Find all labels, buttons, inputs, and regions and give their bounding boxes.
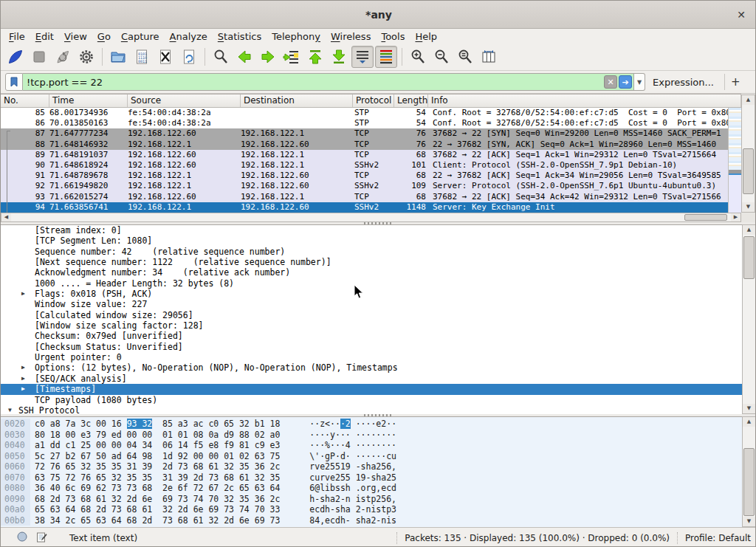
detail-line[interactable]: Urgent pointer: 0	[1, 352, 742, 362]
column-header-no[interactable]: No.	[1, 94, 49, 107]
detail-line[interactable]: ▼SSH Protocol	[1, 405, 742, 414]
scroll-down-icon[interactable]: ▼	[742, 202, 755, 212]
collapse-icon[interactable]: ▼	[8, 405, 12, 414]
packet-row-90[interactable]: 9071.648618924192.168.122.60192.168.122.…	[1, 160, 728, 171]
packet-row-93[interactable]: 9371.662015274192.168.122.60192.168.122.…	[1, 192, 728, 202]
detail-line[interactable]: [TCP Segment Len: 1080]	[1, 235, 742, 246]
detail-line[interactable]: TCP payload (1080 bytes)	[1, 395, 742, 405]
auto-scroll-button[interactable]	[351, 46, 374, 68]
start-capture-button[interactable]	[4, 46, 27, 68]
packet-list-minimap[interactable]	[728, 108, 741, 213]
packet-list-scrollbar[interactable]: ▲ ▼	[741, 94, 755, 213]
hex-row-0090[interactable]: 009068 2d 73 68 61 32 2d 6e 69 73 74 70 …	[1, 494, 742, 505]
menu-telephony[interactable]: Telephony	[267, 30, 326, 43]
column-header-info[interactable]: Info	[428, 94, 741, 107]
column-header-source[interactable]: Source	[128, 94, 241, 107]
detail-line[interactable]: ▶Options: (12 bytes), No-Operation (NOP)…	[1, 362, 742, 373]
menu-analyze[interactable]: Analyze	[165, 30, 213, 43]
detail-line[interactable]: Window size value: 227	[1, 299, 742, 309]
go-first-packet-button[interactable]	[304, 46, 326, 68]
expert-info-icon[interactable]	[17, 531, 27, 544]
detail-line[interactable]: ▶[SEQ/ACK analysis]	[1, 374, 742, 384]
restart-capture-button[interactable]	[52, 46, 74, 68]
menu-help[interactable]: Help	[410, 30, 442, 43]
detail-line[interactable]: [Next sequence number: 1122 (relative se…	[1, 257, 742, 267]
hex-row-0080[interactable]: 008036 40 6c 69 62 73 73 68 2e 6f 72 67 …	[1, 483, 742, 494]
apply-filter-button[interactable]: ➔	[619, 75, 632, 89]
detail-line[interactable]: [Checksum Status: Unverified]	[1, 342, 742, 352]
column-header-length[interactable]: Length	[394, 94, 428, 107]
menu-go[interactable]: Go	[92, 30, 116, 43]
menu-capture[interactable]: Capture	[116, 30, 165, 43]
menu-file[interactable]: File	[4, 30, 30, 43]
scroll-left-icon[interactable]: ◀	[1, 213, 11, 221]
scrollbar-thumb[interactable]	[743, 236, 755, 279]
expand-icon[interactable]: ▶	[21, 384, 25, 394]
packet-row-86[interactable]: 8670.013850163fe:54:00:d4:38:2aSTP54Conf…	[1, 118, 728, 128]
scroll-right-icon[interactable]: ▶	[731, 213, 740, 221]
hex-row-0060[interactable]: 006072 76 65 32 35 35 31 39 2d 73 68 61 …	[1, 461, 742, 472]
go-back-button[interactable]	[233, 46, 255, 68]
hex-row-00b0[interactable]: 00b038 34 2c 65 63 64 68 2d 73 68 61 32 …	[1, 515, 742, 526]
hex-pane-scrollbar[interactable]: ▲ ▼	[742, 416, 756, 527]
detail-line[interactable]: [Calculated window size: 29056]	[1, 310, 742, 320]
detail-line[interactable]: [Window size scaling factor: 128]	[1, 320, 742, 331]
open-file-button[interactable]	[107, 46, 129, 68]
go-last-packet-button[interactable]	[328, 46, 350, 68]
clear-filter-button[interactable]: ✕	[604, 75, 617, 89]
scrollbar-thumb[interactable]	[743, 448, 755, 516]
capture-comment-icon[interactable]	[36, 531, 47, 545]
zoom-out-button[interactable]	[430, 46, 453, 68]
column-header-destination[interactable]: Destination	[241, 94, 353, 107]
scroll-up-icon[interactable]: ▲	[743, 225, 755, 235]
filter-bookmark-button[interactable]	[5, 73, 23, 91]
expand-icon[interactable]: ▶	[21, 289, 25, 299]
menu-view[interactable]: View	[59, 30, 92, 43]
packet-row-88[interactable]: 8871.648146932192.168.122.1192.168.122.6…	[1, 140, 728, 150]
packet-row-85[interactable]: 8568.001734936fe:54:00:d4:38:2aSTP54Conf…	[1, 108, 728, 118]
menu-wireless[interactable]: Wireless	[326, 30, 376, 43]
packet-row-92[interactable]: 9271.661949820192.168.122.1192.168.122.6…	[1, 181, 728, 191]
display-filter-input[interactable]	[23, 77, 604, 88]
resize-columns-button[interactable]	[478, 46, 500, 68]
packet-list-hscrollbar[interactable]: ◀ ▶	[1, 213, 741, 222]
scroll-up-icon[interactable]: ▲	[742, 95, 755, 105]
hex-row-0070[interactable]: 007063 75 72 76 65 32 35 35 31 39 2d 73 …	[1, 472, 742, 484]
detail-line[interactable]: ▶Flags: 0x018 (PSH, ACK)	[1, 289, 742, 299]
packet-row-91[interactable]: 9171.648789678192.168.122.1192.168.122.6…	[1, 171, 728, 181]
packet-row-87[interactable]: 8771.647777234192.168.122.60192.168.122.…	[1, 128, 728, 139]
hscrollbar-thumb[interactable]	[684, 214, 727, 221]
filter-history-dropdown[interactable]: ▼	[634, 73, 645, 91]
scrollbar-thumb[interactable]	[743, 148, 754, 194]
scroll-down-icon[interactable]: ▼	[743, 404, 755, 413]
add-filter-button[interactable]: +	[724, 74, 746, 90]
zoom-original-button[interactable]	[454, 46, 476, 68]
detail-line[interactable]: Acknowledgment number: 34 (relative ack …	[1, 267, 742, 278]
reload-file-button[interactable]	[178, 46, 200, 68]
detail-pane-scrollbar[interactable]: ▲ ▼	[742, 224, 756, 414]
save-file-button[interactable]: 010111100011	[131, 46, 153, 68]
hex-row-0020[interactable]: 0020c0 a8 7a 3c 00 16 93 32 85 a3 ac c0 …	[1, 419, 742, 430]
detail-line[interactable]: Checksum: 0x79ed [unverified]	[1, 331, 742, 341]
detail-line[interactable]: ▶[Timestamps]	[1, 384, 742, 394]
zoom-in-button[interactable]	[407, 46, 429, 68]
go-forward-button[interactable]	[257, 46, 279, 68]
scroll-up-icon[interactable]: ▲	[743, 417, 755, 427]
menu-edit[interactable]: Edit	[30, 30, 59, 43]
hex-row-0040[interactable]: 0040a1 dd c1 25 00 00 04 34 06 14 f5 e8 …	[1, 440, 742, 451]
detail-line[interactable]: Sequence number: 42 (relative sequence n…	[1, 247, 742, 257]
profile-status[interactable]: Profile: Default	[685, 533, 751, 543]
go-to-packet-button[interactable]	[281, 46, 303, 68]
close-file-button[interactable]	[154, 46, 176, 68]
capture-options-button[interactable]	[75, 46, 97, 68]
stop-capture-button[interactable]	[28, 46, 50, 68]
hex-row-00a0[interactable]: 00a065 63 64 68 2d 73 68 61 32 2d 6e 69 …	[1, 504, 742, 515]
close-window-button[interactable]: ✕	[735, 8, 748, 21]
column-header-time[interactable]: Time	[49, 94, 128, 107]
expand-icon[interactable]: ▶	[21, 362, 25, 373]
packet-row-89[interactable]: 8971.648191037192.168.122.60192.168.122.…	[1, 150, 728, 160]
detail-line[interactable]: 1000 .... = Header Length: 32 bytes (8)	[1, 278, 742, 289]
scroll-down-icon[interactable]: ▼	[743, 517, 755, 526]
hex-row-0030[interactable]: 003080 18 00 e3 79 ed 00 00 01 01 08 0a …	[1, 430, 742, 441]
menu-statistics[interactable]: Statistics	[213, 30, 267, 43]
